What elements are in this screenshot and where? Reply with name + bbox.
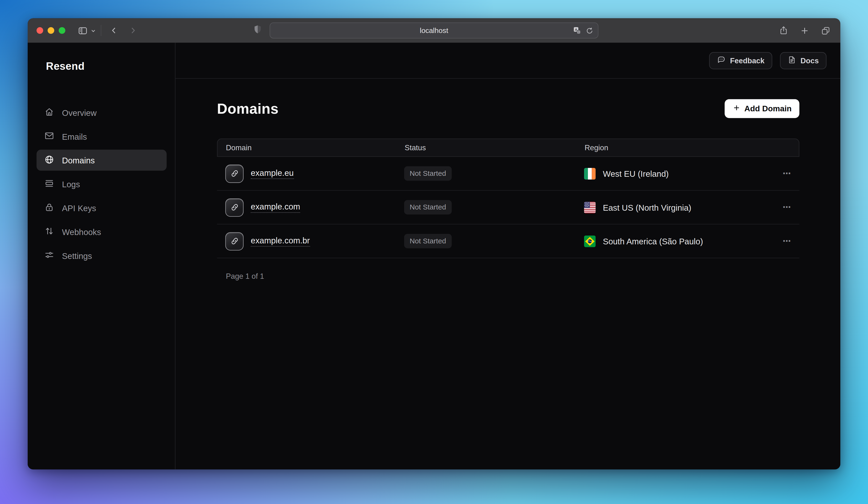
address-bar-url: localhost: [420, 26, 448, 34]
sidebar-item-label: Logs: [62, 179, 80, 189]
sidebar-item-api-keys[interactable]: API Keys: [37, 197, 166, 218]
link-icon[interactable]: [225, 164, 244, 183]
logs-icon: [44, 178, 54, 190]
column-header-status: Status: [396, 143, 576, 152]
usa-flag: [584, 201, 596, 213]
home-icon: [44, 107, 54, 119]
column-header-domain: Domain: [218, 143, 396, 152]
docs-button[interactable]: Docs: [780, 52, 826, 69]
domain-link[interactable]: example.com: [251, 202, 300, 213]
minimize-window-button[interactable]: [48, 27, 54, 34]
domain-link[interactable]: example.com.br: [251, 235, 310, 246]
sidebar-item-webhooks[interactable]: Webhooks: [37, 221, 166, 242]
sidebar-item-label: Webhooks: [62, 227, 101, 236]
sidebar-item-emails[interactable]: Emails: [37, 126, 166, 147]
status-badge: Not Started: [404, 234, 452, 248]
address-bar-actions: A: [573, 23, 593, 38]
sidebar: Resend Overview: [28, 43, 175, 470]
column-header-region: Region: [576, 143, 774, 152]
document-icon: [788, 55, 796, 66]
region-label: East US (North Virginia): [603, 203, 691, 212]
brazil-flag: [584, 235, 596, 247]
webhooks-icon: [44, 226, 54, 238]
sidebar-toggle-icon[interactable]: [78, 25, 88, 36]
table-row: example.com Not Started East U: [217, 191, 799, 224]
status-badge: Not Started: [404, 200, 452, 214]
content-area: Feedback Docs Domains: [176, 43, 840, 470]
globe-icon: [44, 154, 54, 166]
sidebar-item-overview[interactable]: Overview: [37, 102, 166, 123]
link-icon[interactable]: [225, 232, 244, 250]
tabs-icon[interactable]: [821, 26, 830, 35]
pagination-status: Page 1 of 1: [217, 272, 799, 280]
traffic-lights: [37, 27, 65, 34]
region-label: South America (São Paulo): [603, 236, 703, 246]
sidebar-item-settings[interactable]: Settings: [37, 245, 166, 266]
row-actions-button[interactable]: ⋯: [775, 236, 799, 246]
zoom-window-button[interactable]: [59, 27, 65, 34]
sidebar-item-domains[interactable]: Domains: [37, 150, 166, 171]
page-title: Domains: [217, 100, 279, 117]
browser-toolbar: localhost A: [28, 18, 840, 43]
toolbar-left-controls: [78, 25, 137, 36]
docs-button-label: Docs: [800, 57, 819, 65]
ireland-flag: [584, 168, 596, 179]
add-domain-button[interactable]: Add Domain: [724, 99, 799, 118]
sidebar-item-label: API Keys: [62, 203, 96, 212]
reload-icon[interactable]: [586, 27, 593, 34]
chat-bubble-icon: [717, 55, 725, 66]
table-row: example.com.br Not Started Sou: [217, 224, 799, 259]
lock-icon: [44, 202, 54, 214]
sidebar-item-logs[interactable]: Logs: [37, 173, 166, 194]
plus-icon: [732, 104, 741, 114]
sidebar-nav: Overview Emails: [37, 102, 166, 266]
sidebar-item-label: Overview: [62, 108, 97, 117]
resend-app: Resend Overview: [28, 43, 840, 470]
table-row: example.eu Not Started West EU (Ireland)…: [217, 157, 799, 191]
domains-page: Domains Add Domain Domain Status Re: [176, 79, 840, 280]
region-label: West EU (Ireland): [603, 169, 669, 178]
new-tab-icon[interactable]: [800, 26, 809, 35]
row-actions-button[interactable]: ⋯: [775, 202, 799, 212]
browser-window: localhost A: [28, 18, 840, 470]
shield-icon[interactable]: [254, 24, 262, 36]
close-window-button[interactable]: [37, 27, 43, 34]
back-icon[interactable]: [110, 26, 118, 35]
add-domain-button-label: Add Domain: [744, 104, 792, 113]
share-icon[interactable]: [779, 26, 788, 36]
domains-table: Domain Status Region: [217, 139, 799, 258]
link-icon[interactable]: [225, 198, 244, 216]
sidebar-item-label: Domains: [62, 155, 95, 165]
feedback-button-label: Feedback: [730, 57, 765, 65]
feedback-button[interactable]: Feedback: [709, 52, 772, 69]
domain-link[interactable]: example.eu: [251, 168, 294, 179]
toolbar-divider: [101, 25, 101, 36]
settings-icon: [44, 250, 54, 261]
desktop-background: localhost A: [0, 0, 868, 504]
mail-icon: [44, 130, 54, 142]
translate-icon[interactable]: A: [573, 26, 581, 34]
toolbar-right-controls: [779, 18, 830, 43]
chevron-down-icon[interactable]: [90, 28, 96, 34]
forward-icon[interactable]: [128, 26, 137, 35]
sidebar-item-label: Emails: [62, 132, 87, 141]
status-badge: Not Started: [404, 166, 452, 181]
table-header: Domain Status Region: [217, 139, 799, 157]
address-bar[interactable]: localhost A: [270, 22, 598, 39]
resend-logo: Resend: [46, 60, 167, 73]
content-topbar: Feedback Docs: [176, 43, 840, 79]
row-actions-button[interactable]: ⋯: [775, 168, 799, 179]
sidebar-item-label: Settings: [62, 251, 92, 260]
